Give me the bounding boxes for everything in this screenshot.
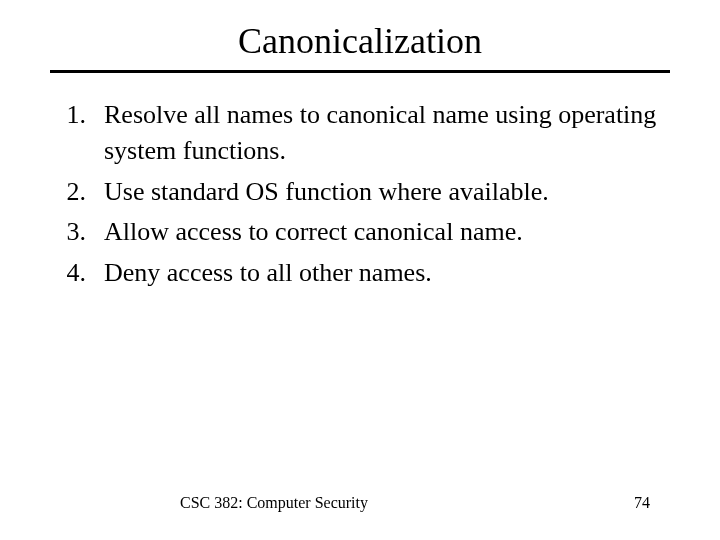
slide: Canonicalization 1. Resolve all names to… bbox=[0, 0, 720, 540]
list-text: Deny access to all other names. bbox=[104, 255, 670, 291]
list-number: 3. bbox=[60, 214, 104, 250]
list-item: 3. Allow access to correct canonical nam… bbox=[60, 214, 670, 250]
list-number: 4. bbox=[60, 255, 104, 291]
slide-title: Canonicalization bbox=[50, 20, 670, 62]
list-item: 1. Resolve all names to canonical name u… bbox=[60, 97, 670, 170]
footer: CSC 382: Computer Security 74 bbox=[0, 494, 720, 512]
list-text: Resolve all names to canonical name usin… bbox=[104, 97, 670, 170]
list-item: 4. Deny access to all other names. bbox=[60, 255, 670, 291]
footer-course: CSC 382: Computer Security bbox=[180, 494, 368, 512]
list-number: 1. bbox=[60, 97, 104, 170]
list-text: Allow access to correct canonical name. bbox=[104, 214, 670, 250]
list-number: 2. bbox=[60, 174, 104, 210]
list-text: Use standard OS function where available… bbox=[104, 174, 670, 210]
list-item: 2. Use standard OS function where availa… bbox=[60, 174, 670, 210]
footer-page-number: 74 bbox=[634, 494, 650, 512]
title-underline bbox=[50, 70, 670, 73]
numbered-list: 1. Resolve all names to canonical name u… bbox=[50, 97, 670, 291]
